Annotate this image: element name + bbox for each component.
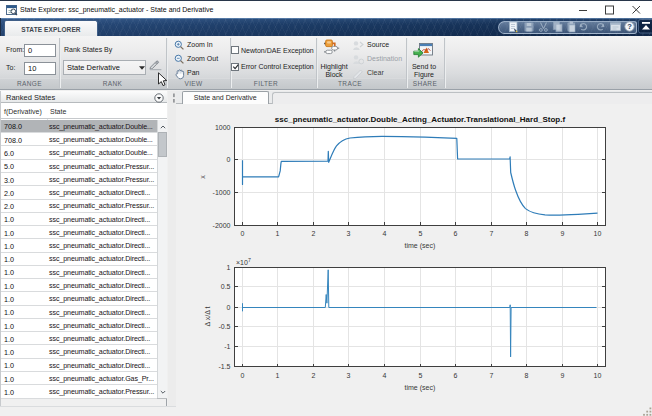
svg-text:2: 2	[312, 372, 316, 379]
svg-text:10: 10	[594, 372, 602, 379]
svg-text:ssc_pneumatic_actuator.Double_: ssc_pneumatic_actuator.Double_Acting_Act…	[275, 115, 566, 124]
svg-text:8: 8	[525, 230, 529, 237]
svg-text:6: 6	[454, 230, 458, 237]
svg-text:5: 5	[419, 230, 423, 237]
svg-text:?: ?	[627, 22, 632, 31]
svg-text:3: 3	[347, 230, 351, 237]
svg-text:9: 9	[561, 372, 565, 379]
svg-text:9: 9	[561, 230, 565, 237]
svg-text:4: 4	[383, 372, 387, 379]
svg-text:-2000: -2000	[213, 222, 231, 229]
svg-text:3: 3	[347, 372, 351, 379]
svg-text:-1: -1	[224, 343, 230, 350]
svg-text:time (sec): time (sec)	[405, 384, 436, 392]
svg-text:1: 1	[276, 230, 280, 237]
svg-text:0: 0	[227, 304, 231, 311]
svg-text:-1.5: -1.5	[218, 363, 230, 370]
svg-text:0: 0	[241, 230, 245, 237]
svg-text:5: 5	[419, 372, 423, 379]
svg-text:2: 2	[312, 230, 316, 237]
svg-text:0: 0	[241, 372, 245, 379]
svg-text:×107: ×107	[236, 257, 251, 266]
svg-text:8: 8	[525, 372, 529, 379]
svg-text:time (sec): time (sec)	[405, 242, 436, 250]
svg-text:7: 7	[490, 372, 494, 379]
svg-text:0: 0	[227, 156, 231, 163]
svg-text:-1000: -1000	[213, 189, 231, 196]
svg-text:0.5: 0.5	[221, 283, 231, 290]
svg-text:7: 7	[490, 230, 494, 237]
svg-text:Δ x/Δ t: Δ x/Δ t	[204, 307, 211, 327]
svg-text:4: 4	[383, 230, 387, 237]
svg-text:x: x	[199, 175, 206, 179]
svg-text:1: 1	[227, 264, 231, 271]
svg-text:1000: 1000	[215, 124, 231, 131]
svg-text:6: 6	[454, 372, 458, 379]
svg-text:10: 10	[594, 230, 602, 237]
svg-text:-0.5: -0.5	[218, 323, 230, 330]
svg-text:1: 1	[276, 372, 280, 379]
